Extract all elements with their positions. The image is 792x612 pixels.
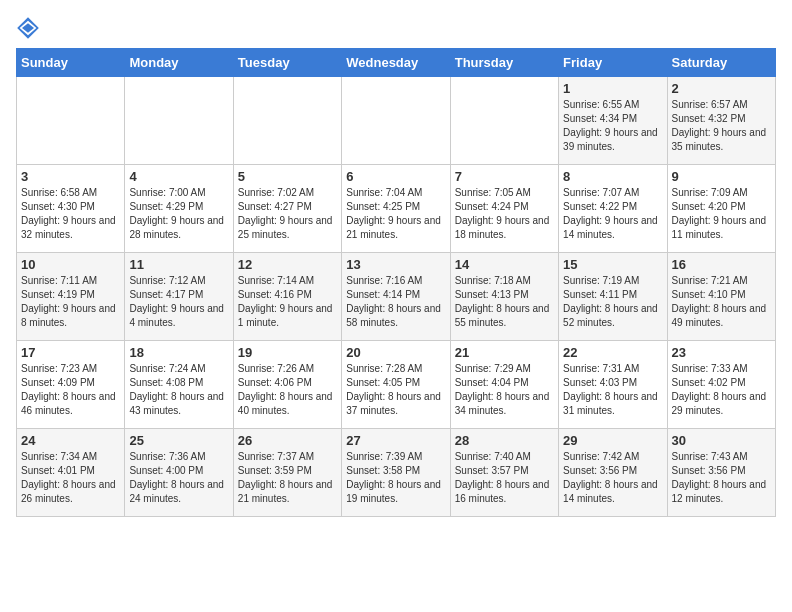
day-number: 26: [238, 433, 337, 448]
day-number: 3: [21, 169, 120, 184]
day-number: 10: [21, 257, 120, 272]
col-header-sunday: Sunday: [17, 49, 125, 77]
day-number: 9: [672, 169, 771, 184]
day-number: 8: [563, 169, 662, 184]
day-number: 23: [672, 345, 771, 360]
day-info: Sunrise: 7:24 AM Sunset: 4:08 PM Dayligh…: [129, 362, 228, 418]
calendar-cell: 20Sunrise: 7:28 AM Sunset: 4:05 PM Dayli…: [342, 341, 450, 429]
day-info: Sunrise: 7:37 AM Sunset: 3:59 PM Dayligh…: [238, 450, 337, 506]
day-info: Sunrise: 7:29 AM Sunset: 4:04 PM Dayligh…: [455, 362, 554, 418]
day-info: Sunrise: 6:58 AM Sunset: 4:30 PM Dayligh…: [21, 186, 120, 242]
day-number: 11: [129, 257, 228, 272]
day-number: 5: [238, 169, 337, 184]
day-number: 18: [129, 345, 228, 360]
calendar-cell: 16Sunrise: 7:21 AM Sunset: 4:10 PM Dayli…: [667, 253, 775, 341]
day-info: Sunrise: 7:21 AM Sunset: 4:10 PM Dayligh…: [672, 274, 771, 330]
calendar-cell: 13Sunrise: 7:16 AM Sunset: 4:14 PM Dayli…: [342, 253, 450, 341]
calendar-cell: 3Sunrise: 6:58 AM Sunset: 4:30 PM Daylig…: [17, 165, 125, 253]
day-info: Sunrise: 7:39 AM Sunset: 3:58 PM Dayligh…: [346, 450, 445, 506]
day-number: 14: [455, 257, 554, 272]
day-number: 25: [129, 433, 228, 448]
calendar-table: SundayMondayTuesdayWednesdayThursdayFrid…: [16, 48, 776, 517]
day-number: 7: [455, 169, 554, 184]
calendar-cell: [233, 77, 341, 165]
col-header-thursday: Thursday: [450, 49, 558, 77]
day-info: Sunrise: 7:12 AM Sunset: 4:17 PM Dayligh…: [129, 274, 228, 330]
calendar-cell: 7Sunrise: 7:05 AM Sunset: 4:24 PM Daylig…: [450, 165, 558, 253]
day-number: 28: [455, 433, 554, 448]
day-number: 4: [129, 169, 228, 184]
calendar-cell: [17, 77, 125, 165]
day-info: Sunrise: 7:42 AM Sunset: 3:56 PM Dayligh…: [563, 450, 662, 506]
calendar-cell: 29Sunrise: 7:42 AM Sunset: 3:56 PM Dayli…: [559, 429, 667, 517]
day-number: 6: [346, 169, 445, 184]
day-info: Sunrise: 7:18 AM Sunset: 4:13 PM Dayligh…: [455, 274, 554, 330]
day-number: 17: [21, 345, 120, 360]
day-number: 27: [346, 433, 445, 448]
day-info: Sunrise: 7:02 AM Sunset: 4:27 PM Dayligh…: [238, 186, 337, 242]
day-info: Sunrise: 6:57 AM Sunset: 4:32 PM Dayligh…: [672, 98, 771, 154]
calendar-cell: 18Sunrise: 7:24 AM Sunset: 4:08 PM Dayli…: [125, 341, 233, 429]
calendar-cell: 9Sunrise: 7:09 AM Sunset: 4:20 PM Daylig…: [667, 165, 775, 253]
col-header-wednesday: Wednesday: [342, 49, 450, 77]
day-info: Sunrise: 7:28 AM Sunset: 4:05 PM Dayligh…: [346, 362, 445, 418]
calendar-cell: 24Sunrise: 7:34 AM Sunset: 4:01 PM Dayli…: [17, 429, 125, 517]
day-info: Sunrise: 7:33 AM Sunset: 4:02 PM Dayligh…: [672, 362, 771, 418]
calendar-cell: 26Sunrise: 7:37 AM Sunset: 3:59 PM Dayli…: [233, 429, 341, 517]
col-header-monday: Monday: [125, 49, 233, 77]
calendar-cell: 28Sunrise: 7:40 AM Sunset: 3:57 PM Dayli…: [450, 429, 558, 517]
calendar-cell: 19Sunrise: 7:26 AM Sunset: 4:06 PM Dayli…: [233, 341, 341, 429]
day-info: Sunrise: 7:19 AM Sunset: 4:11 PM Dayligh…: [563, 274, 662, 330]
day-number: 22: [563, 345, 662, 360]
day-info: Sunrise: 7:36 AM Sunset: 4:00 PM Dayligh…: [129, 450, 228, 506]
calendar-cell: 6Sunrise: 7:04 AM Sunset: 4:25 PM Daylig…: [342, 165, 450, 253]
calendar-cell: [125, 77, 233, 165]
day-info: Sunrise: 7:23 AM Sunset: 4:09 PM Dayligh…: [21, 362, 120, 418]
day-info: Sunrise: 7:05 AM Sunset: 4:24 PM Dayligh…: [455, 186, 554, 242]
calendar-cell: 2Sunrise: 6:57 AM Sunset: 4:32 PM Daylig…: [667, 77, 775, 165]
calendar-cell: 21Sunrise: 7:29 AM Sunset: 4:04 PM Dayli…: [450, 341, 558, 429]
calendar-cell: 4Sunrise: 7:00 AM Sunset: 4:29 PM Daylig…: [125, 165, 233, 253]
day-number: 20: [346, 345, 445, 360]
day-info: Sunrise: 7:11 AM Sunset: 4:19 PM Dayligh…: [21, 274, 120, 330]
calendar-cell: 14Sunrise: 7:18 AM Sunset: 4:13 PM Dayli…: [450, 253, 558, 341]
day-number: 15: [563, 257, 662, 272]
day-number: 29: [563, 433, 662, 448]
col-header-saturday: Saturday: [667, 49, 775, 77]
calendar-cell: 5Sunrise: 7:02 AM Sunset: 4:27 PM Daylig…: [233, 165, 341, 253]
day-number: 16: [672, 257, 771, 272]
calendar-cell: 10Sunrise: 7:11 AM Sunset: 4:19 PM Dayli…: [17, 253, 125, 341]
header: [16, 16, 776, 40]
calendar-cell: 8Sunrise: 7:07 AM Sunset: 4:22 PM Daylig…: [559, 165, 667, 253]
calendar-cell: 1Sunrise: 6:55 AM Sunset: 4:34 PM Daylig…: [559, 77, 667, 165]
day-number: 19: [238, 345, 337, 360]
calendar-cell: 22Sunrise: 7:31 AM Sunset: 4:03 PM Dayli…: [559, 341, 667, 429]
calendar-cell: 23Sunrise: 7:33 AM Sunset: 4:02 PM Dayli…: [667, 341, 775, 429]
calendar-cell: 27Sunrise: 7:39 AM Sunset: 3:58 PM Dayli…: [342, 429, 450, 517]
calendar-cell: [342, 77, 450, 165]
day-info: Sunrise: 7:26 AM Sunset: 4:06 PM Dayligh…: [238, 362, 337, 418]
day-number: 2: [672, 81, 771, 96]
calendar-cell: 17Sunrise: 7:23 AM Sunset: 4:09 PM Dayli…: [17, 341, 125, 429]
day-number: 21: [455, 345, 554, 360]
calendar-cell: [450, 77, 558, 165]
day-info: Sunrise: 7:43 AM Sunset: 3:56 PM Dayligh…: [672, 450, 771, 506]
day-number: 1: [563, 81, 662, 96]
logo-icon: [16, 16, 40, 40]
day-info: Sunrise: 7:34 AM Sunset: 4:01 PM Dayligh…: [21, 450, 120, 506]
day-info: Sunrise: 7:00 AM Sunset: 4:29 PM Dayligh…: [129, 186, 228, 242]
calendar-cell: 15Sunrise: 7:19 AM Sunset: 4:11 PM Dayli…: [559, 253, 667, 341]
col-header-friday: Friday: [559, 49, 667, 77]
day-number: 13: [346, 257, 445, 272]
calendar-cell: 12Sunrise: 7:14 AM Sunset: 4:16 PM Dayli…: [233, 253, 341, 341]
day-number: 24: [21, 433, 120, 448]
day-info: Sunrise: 7:16 AM Sunset: 4:14 PM Dayligh…: [346, 274, 445, 330]
day-info: Sunrise: 7:07 AM Sunset: 4:22 PM Dayligh…: [563, 186, 662, 242]
day-number: 12: [238, 257, 337, 272]
calendar-cell: 30Sunrise: 7:43 AM Sunset: 3:56 PM Dayli…: [667, 429, 775, 517]
day-info: Sunrise: 7:09 AM Sunset: 4:20 PM Dayligh…: [672, 186, 771, 242]
logo: [16, 16, 44, 40]
day-info: Sunrise: 7:40 AM Sunset: 3:57 PM Dayligh…: [455, 450, 554, 506]
day-info: Sunrise: 7:14 AM Sunset: 4:16 PM Dayligh…: [238, 274, 337, 330]
calendar-cell: 11Sunrise: 7:12 AM Sunset: 4:17 PM Dayli…: [125, 253, 233, 341]
